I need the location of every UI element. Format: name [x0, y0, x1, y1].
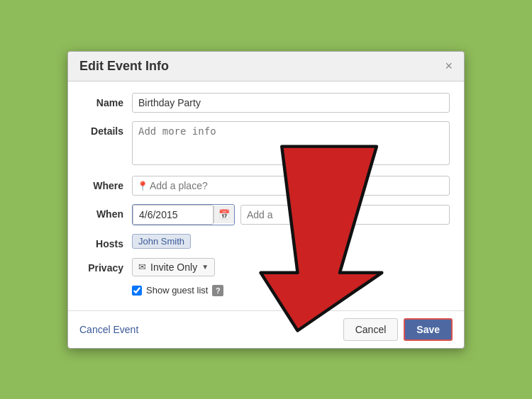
close-button[interactable]: ×: [445, 60, 453, 72]
hosts-row: Hosts John Smith: [82, 234, 450, 249]
when-inputs: 📅: [132, 204, 450, 225]
name-label: Name: [82, 93, 132, 108]
guest-list-checkbox[interactable]: [132, 286, 142, 296]
cancel-button[interactable]: Cancel: [343, 318, 399, 341]
when-field-wrap: 📅: [132, 204, 450, 225]
date-input[interactable]: [133, 205, 214, 225]
save-button[interactable]: Save: [404, 318, 453, 341]
host-tag[interactable]: John Smith: [132, 234, 191, 249]
dialog-footer: Cancel Event Cancel Save: [68, 311, 464, 348]
where-label: Where: [82, 176, 132, 191]
privacy-dropdown[interactable]: ✉ Invite Only ▼: [132, 258, 215, 276]
guest-list-label: Show guest list: [146, 285, 208, 296]
calendar-icon-button[interactable]: 📅: [214, 206, 234, 223]
name-row: Name: [82, 93, 450, 113]
details-field-wrap: [132, 121, 450, 167]
details-row: Details: [82, 121, 450, 167]
dialog-body: Name Details Where 📍: [68, 82, 464, 303]
where-input[interactable]: [132, 176, 450, 196]
edit-event-dialog: Edit Event Info × Name Details Where: [67, 51, 465, 349]
date-input-wrap[interactable]: 📅: [132, 204, 235, 225]
cancel-event-link[interactable]: Cancel Event: [79, 324, 138, 335]
name-field-wrap: [132, 93, 450, 113]
where-input-wrapper: 📍: [132, 176, 450, 196]
privacy-value: Invite Only: [150, 262, 197, 273]
time-input[interactable]: [240, 205, 450, 225]
where-row: Where 📍: [82, 176, 450, 196]
host-name: John Smith: [138, 236, 184, 247]
dialog-header: Edit Event Info ×: [68, 52, 464, 82]
privacy-label: Privacy: [82, 258, 132, 274]
privacy-field-wrap: ✉ Invite Only ▼: [132, 258, 450, 276]
when-label: When: [82, 204, 132, 220]
details-label: Details: [82, 121, 132, 137]
chevron-down-icon: ▼: [201, 263, 209, 271]
help-icon[interactable]: ?: [212, 285, 223, 296]
footer-buttons: Cancel Save: [343, 318, 453, 341]
privacy-envelope-icon: ✉: [138, 262, 146, 272]
hosts-field-wrap: John Smith: [132, 234, 450, 249]
privacy-row: Privacy ✉ Invite Only ▼: [82, 258, 450, 276]
when-row: When 📅: [82, 204, 450, 225]
where-field-wrap: 📍: [132, 176, 450, 196]
guest-list-row: Show guest list ?: [132, 285, 450, 296]
name-input[interactable]: [132, 93, 450, 113]
dialog-title: Edit Event Info: [79, 59, 169, 74]
hosts-label: Hosts: [82, 234, 132, 249]
details-textarea[interactable]: [132, 121, 450, 165]
